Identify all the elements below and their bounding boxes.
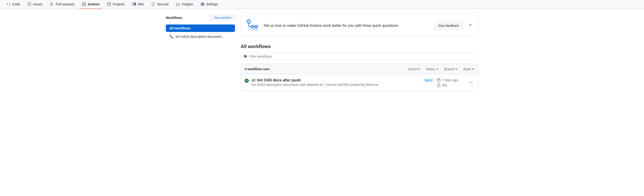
sidebar-header: Workflows New workflow: [166, 15, 235, 21]
run-actor-prefix: by: [362, 83, 365, 87]
run-title[interactable]: ci: lint OAS docs after push: [252, 78, 417, 82]
graph-icon: [176, 2, 180, 6]
feedback-banner: Tell us how to make GitHub Actions work …: [240, 15, 478, 36]
triangle-down-icon: [418, 68, 420, 70]
tab-wiki-label: Wiki: [138, 2, 144, 6]
triangle-down-icon: [436, 68, 438, 70]
repo-nav-list: Code Issues Pull requests Actions Projec…: [4, 0, 640, 9]
filter-branch-label: Branch: [444, 67, 454, 71]
triangle-down-icon: [455, 68, 458, 70]
triangle-down-icon: [472, 68, 474, 70]
tab-wiki[interactable]: Wiki: [129, 0, 146, 9]
filter-status[interactable]: Status: [426, 67, 438, 71]
tab-projects-label: Projects: [113, 2, 125, 6]
runs-count: 4 workflow runs: [244, 67, 270, 71]
run-number: #1: [320, 83, 324, 87]
filter-actor[interactable]: Actor: [463, 67, 474, 71]
run-branch[interactable]: main: [420, 78, 434, 82]
runs-filters: Event Status Branch Actor: [408, 67, 474, 71]
workflows-sidebar: Workflows New workflow All workflows lin…: [166, 15, 235, 91]
page-title: All workflows: [240, 44, 478, 49]
tab-insights[interactable]: Insights: [174, 0, 196, 9]
tab-actions-label: Actions: [88, 2, 100, 6]
tab-issues[interactable]: Issues: [24, 0, 45, 9]
sidebar-item-all-workflows[interactable]: All workflows: [166, 24, 235, 32]
main-content: Tell us how to make GitHub Actions work …: [240, 15, 478, 91]
svg-point-9: [471, 82, 472, 83]
calendar-icon: [437, 78, 440, 82]
filter-status-label: Status: [426, 67, 435, 71]
svg-point-5: [252, 28, 254, 31]
repo-nav: Code Issues Pull requests Actions Projec…: [0, 0, 644, 9]
code-icon: [6, 2, 10, 6]
run-subtitle: lint OAS3 description documents with Spe…: [252, 83, 417, 87]
run-actor[interactable]: MelvLee: [366, 83, 378, 87]
banner-text: Tell us how to make GitHub Actions work …: [263, 24, 430, 28]
sidebar-title: Workflows: [166, 16, 182, 20]
sidebar-item-workflow[interactable]: lint OAS3 description document…: [166, 33, 235, 40]
svg-point-6: [255, 28, 257, 31]
status-success-icon: [244, 79, 249, 84]
tab-code-label: Code: [12, 2, 20, 6]
run-time: 7 days ago: [437, 78, 465, 82]
main-container: Workflows New workflow All workflows lin…: [158, 9, 486, 97]
banner-close-button[interactable]: [468, 22, 473, 29]
run-time-text: 7 days ago: [442, 78, 458, 82]
tab-pulls-label: Pull requests: [56, 2, 74, 6]
run-duration: 26s: [437, 83, 465, 87]
tab-code[interactable]: Code: [4, 0, 23, 9]
filter-event[interactable]: Event: [408, 67, 420, 71]
tab-security-label: Security: [157, 2, 169, 6]
tab-issues-label: Issues: [33, 2, 42, 6]
workflow-icon: [170, 35, 173, 38]
tab-security[interactable]: Security: [148, 0, 172, 9]
sidebar-workflow-label: lint OAS3 description document…: [176, 35, 225, 38]
tab-projects[interactable]: Projects: [104, 0, 128, 9]
git-pull-request-icon: [50, 2, 54, 6]
workflow-run-row[interactable]: ci: lint OAS docs after push lint OAS3 d…: [241, 74, 478, 91]
sidebar-all-label: All workflows: [170, 26, 190, 30]
run-trigger: Commit 0c62f50 pushed: [325, 83, 360, 87]
project-icon: [107, 2, 111, 6]
filter-workflows-input[interactable]: [249, 55, 475, 58]
svg-point-10: [472, 82, 472, 83]
gear-icon: [201, 2, 204, 6]
stopwatch-icon: [437, 83, 440, 87]
play-icon: [82, 2, 86, 6]
tab-settings-label: Settings: [206, 2, 218, 6]
tab-settings[interactable]: Settings: [198, 0, 221, 9]
filter-workflows-box[interactable]: [240, 53, 478, 60]
tab-actions[interactable]: Actions: [79, 0, 102, 9]
give-feedback-button[interactable]: Give feedback: [434, 22, 463, 30]
issues-icon: [27, 2, 31, 6]
tab-pulls[interactable]: Pull requests: [47, 0, 78, 9]
shield-icon: [151, 2, 155, 6]
filter-actor-label: Actor: [463, 67, 471, 71]
search-icon: [244, 55, 248, 58]
run-duration-text: 26s: [442, 83, 447, 87]
book-icon: [132, 2, 136, 6]
run-main: ci: lint OAS docs after push lint OAS3 d…: [252, 78, 417, 87]
run-meta: 7 days ago 26s: [437, 78, 465, 87]
actions-illustration-icon: [246, 19, 259, 32]
branch-label: main: [424, 78, 434, 82]
filter-event-label: Event: [408, 67, 417, 71]
svg-point-8: [470, 82, 470, 83]
close-icon: [468, 23, 472, 27]
new-workflow-button[interactable]: New workflow: [211, 15, 235, 21]
run-workflow-name[interactable]: lint OAS3 description documents with Spe…: [252, 83, 319, 87]
run-actions-menu-button[interactable]: [468, 79, 474, 86]
tab-insights-label: Insights: [182, 2, 193, 6]
filter-branch[interactable]: Branch: [444, 67, 458, 71]
kebab-horizontal-icon: [469, 81, 473, 84]
runs-header: 4 workflow runs Event Status Branch: [241, 64, 478, 74]
workflow-runs-box: 4 workflow runs Event Status Branch: [240, 64, 478, 91]
